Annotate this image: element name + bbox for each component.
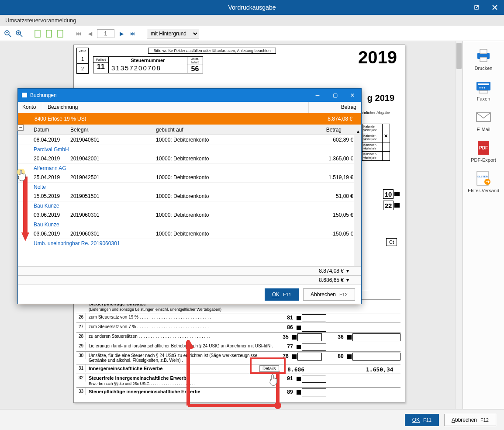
annotation-cursor-details (268, 373, 280, 386)
unterfall-value: 56 (187, 65, 203, 73)
page-icon-3[interactable] (56, 29, 65, 38)
elster-send-button[interactable]: ELSTER Elster-Versand (468, 170, 499, 193)
grid-header: Datum Belegnr. gebucht auf Betrag ▲ (18, 125, 361, 135)
titlebar: Vordruckausgabe (0, 0, 504, 15)
print-button[interactable]: Drucken (474, 48, 493, 71)
close-icon[interactable] (486, 0, 504, 15)
svg-rect-22 (22, 94, 27, 97)
popup-hdr-bez[interactable]: Bezeichnung (43, 102, 309, 113)
svg-rect-3 (46, 30, 52, 37)
booking-link[interactable]: Alfermann AG (18, 164, 361, 173)
toolbar: ⏮ ◀ ▶ ⏭ mit Hintergrund (0, 26, 504, 41)
cancel-button[interactable]: Abbrechen F12 (444, 414, 496, 426)
svg-rect-15 (479, 90, 488, 93)
form-line: 26zum Steuersatz von 19 % . . . . . . . … (76, 313, 400, 322)
doc-subtitle: g 2019 (367, 93, 394, 103)
svg-rect-10 (476, 82, 490, 90)
last-page-icon[interactable]: ⏭ (128, 29, 137, 38)
pdf-export-button[interactable]: PDF PDF-Export (471, 140, 496, 163)
booking-row[interactable]: 08.04.2019201904080110000: Debitorenkont… (18, 135, 361, 145)
booking-row[interactable]: 03.06.2019201906030110000: Debitorenkont… (18, 229, 361, 239)
svg-rect-2 (35, 30, 40, 37)
stnr-label: Steuernummer (109, 57, 187, 64)
buchungen-popup: Buchungen ─ ▢ ✕ Konto Bezeichnung Betrag… (17, 88, 362, 304)
expand-toggle[interactable]: − (17, 125, 24, 131)
fallart-label: Fallart (93, 57, 108, 63)
stnr-value: 31357200708 (109, 64, 187, 72)
popup-hdr-betrag[interactable]: Betrag (309, 102, 361, 113)
svg-rect-23 (22, 93, 27, 94)
elster-icon: ELSTER (474, 170, 493, 186)
svg-point-13 (482, 87, 483, 89)
booking-link[interactable]: Umb. uneinbringbar Re. 2019060301 (18, 239, 361, 248)
form-year: 2019 (358, 48, 397, 67)
prev-page-icon[interactable]: ◀ (86, 29, 94, 38)
svg-point-12 (480, 87, 481, 89)
form-line: 27zum Steuersatz von 7 % . . . . . . . .… (76, 322, 400, 332)
fallart-value: 11 (93, 63, 108, 71)
booking-link[interactable]: Nolte (18, 183, 361, 191)
background-select[interactable]: mit Hintergrund (147, 29, 199, 38)
svg-point-5 (274, 402, 281, 409)
popup-maximize-icon[interactable]: ▢ (326, 89, 344, 102)
kz-right-boxes: 10 22 (383, 189, 400, 212)
annotation-arrow-path (186, 340, 282, 409)
zeile-header: Zeile (77, 48, 88, 54)
booking-row[interactable]: 03.06.2019201906030110000: Debitorenkont… (18, 210, 361, 220)
annotation-arrow-down (21, 177, 29, 242)
details-button[interactable]: Details (259, 365, 279, 372)
zoom-in-icon[interactable] (15, 29, 24, 38)
popup-title: Buchungen (30, 92, 57, 98)
zoom-out-icon[interactable] (3, 29, 12, 38)
quarter-checkboxes: Kalender- vierteljahr Kalender- viertelj… (362, 124, 390, 160)
selected-account-row[interactable]: 8400 Erlöse 19 % USt 8.874,08 € (18, 113, 361, 125)
main-footer: OK F11 Abbrechen F12 (0, 409, 504, 430)
popup-minimize-icon[interactable]: ─ (309, 89, 326, 102)
booking-row[interactable]: 20.04.2019201904200110000: Debitorenkont… (18, 154, 361, 164)
svg-text:ELSTER: ELSTER (477, 175, 488, 178)
email-button[interactable]: E-Mail (474, 109, 493, 132)
booking-row[interactable]: 25.04.2019201904250110000: Debitorenkont… (18, 173, 361, 183)
grid-body: 08.04.2019201904080110000: Debitorenkont… (18, 135, 361, 266)
next-page-icon[interactable]: ▶ (117, 29, 126, 38)
window-title: Vordruckausgabe (228, 4, 276, 11)
page-icon-2[interactable] (45, 29, 53, 38)
popup-ok-button[interactable]: OK F11 (265, 288, 299, 301)
booking-row[interactable]: 15.05.2019201905150110000: Debitorenkont… (18, 191, 361, 201)
popup-cancel-button[interactable]: Abbrechen F12 (303, 288, 355, 301)
grid-scrollbar[interactable] (354, 135, 361, 266)
annotation-cursor-expand (17, 169, 28, 182)
svg-point-14 (484, 87, 485, 89)
ok-button[interactable]: OK F11 (405, 414, 439, 426)
zeile-1: 1 (77, 54, 88, 64)
svg-rect-4 (58, 30, 63, 37)
svg-text:PDF: PDF (479, 146, 488, 150)
field-tax-value: 1.650,34 (366, 366, 394, 373)
printer-icon (474, 48, 493, 64)
sum-row-1: 8.874,08 €▾ (18, 266, 361, 275)
svg-rect-9 (480, 57, 487, 62)
popup-close-icon[interactable]: ✕ (344, 89, 361, 102)
field-81-value: 8.686 (287, 366, 304, 373)
unterfall-label: Unter- fallart (187, 57, 203, 65)
subtitle-text: Umsatzsteuervoranmeldung (5, 17, 76, 24)
page-input[interactable] (97, 29, 114, 38)
email-icon (474, 109, 493, 125)
popup-icon (21, 92, 28, 98)
booking-link[interactable]: Parcival GmbH (18, 145, 361, 154)
popup-header-row: Konto Bezeichnung Betrag (18, 102, 361, 113)
svg-rect-11 (478, 83, 489, 85)
booking-link[interactable]: Bau Kunze (18, 220, 361, 229)
doc-abgabe: ährlicher Abgabe (360, 111, 390, 115)
booking-link[interactable]: Bau Kunze (18, 201, 361, 210)
action-sidebar: Drucken Faxen E-Mail PDF PDF-Export ELST… (463, 41, 504, 409)
popup-hdr-konto[interactable]: Konto (18, 102, 43, 113)
subtitle-bar: Umsatzsteuervoranmeldung (0, 15, 504, 26)
popout-icon[interactable] (467, 0, 486, 15)
page-icon[interactable] (33, 29, 42, 38)
first-page-icon[interactable]: ⏮ (74, 29, 83, 38)
preview-scrollbar[interactable] (455, 41, 463, 409)
pdf-icon: PDF (474, 140, 493, 156)
fax-button[interactable]: Faxen (474, 79, 493, 101)
zeile-2: 2 (77, 64, 88, 73)
